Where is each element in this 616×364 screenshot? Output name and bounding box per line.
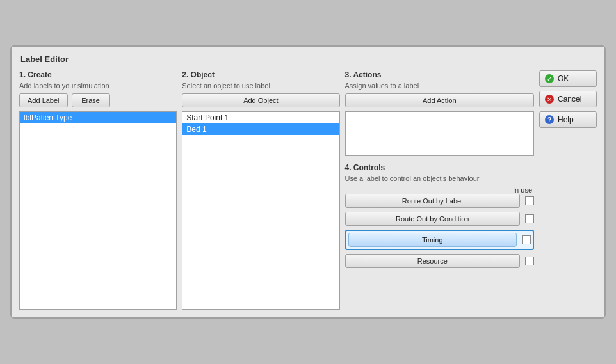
ok-icon: ✓ [545,74,554,83]
actions-textarea[interactable] [345,111,535,156]
cancel-label: Cancel [558,95,581,104]
route-label-row: Route Out by Label [345,194,535,208]
create-panel: 1. Create Add labels to your simulation … [19,70,177,310]
in-use-label: In use [513,186,534,194]
labels-list[interactable]: lblPatientType [19,111,177,310]
resource-checkbox[interactable] [525,257,534,265]
resource-button[interactable]: Resource [345,254,521,268]
add-action-button[interactable]: Add Action [345,93,535,107]
object-subtitle: Select an object to use label [182,82,339,90]
ok-label: OK [558,74,569,83]
actions-heading: 3. Actions [345,70,535,79]
ok-button[interactable]: ✓ OK [539,70,597,87]
route-label-checkbox[interactable] [525,196,534,205]
timing-row: Timing [345,230,535,250]
help-icon: ? [545,115,554,124]
add-label-button[interactable]: Add Label [19,93,68,107]
object-heading: 2. Object [182,70,339,79]
route-label-button[interactable]: Route Out by Label [345,194,521,208]
help-button[interactable]: ? Help [539,111,597,128]
controls-heading: 4. Controls [345,163,535,172]
route-condition-row: Route Out by Condition [345,212,535,226]
controls-section: 4. Controls Use a label to control an ob… [345,163,535,268]
help-label: Help [558,115,574,124]
controls-subtitle: Use a label to control an object's behav… [345,175,535,182]
create-heading: 1. Create [19,70,177,79]
timing-checkbox[interactable] [522,235,531,244]
cancel-button[interactable]: ✕ Cancel [539,91,597,107]
actions-subtitle: Assign values to a label [345,82,535,90]
route-condition-checkbox[interactable] [525,214,534,223]
timing-button[interactable]: Timing [348,233,517,247]
add-object-button[interactable]: Add Object [182,93,339,107]
label-editor-dialog: Label Editor 1. Create Add labels to you… [10,45,606,319]
route-condition-button[interactable]: Route Out by Condition [345,212,521,226]
create-subtitle: Add labels to your simulation [19,82,177,90]
side-buttons: ✓ OK ✕ Cancel ? Help [539,70,597,310]
object-panel: 2. Object Select an object to use label … [182,70,339,310]
resource-row: Resource [345,254,535,268]
list-item[interactable]: Start Point 1 [182,112,339,123]
objects-list[interactable]: Start Point 1 Bed 1 [182,111,339,310]
actions-controls-panel: 3. Actions Assign values to a label Add … [345,70,535,310]
cancel-icon: ✕ [545,95,554,104]
dialog-title: Label Editor [19,54,597,64]
list-item[interactable]: Bed 1 [182,123,339,135]
erase-button[interactable]: Erase [72,93,110,107]
list-item[interactable]: lblPatientType [20,112,176,123]
